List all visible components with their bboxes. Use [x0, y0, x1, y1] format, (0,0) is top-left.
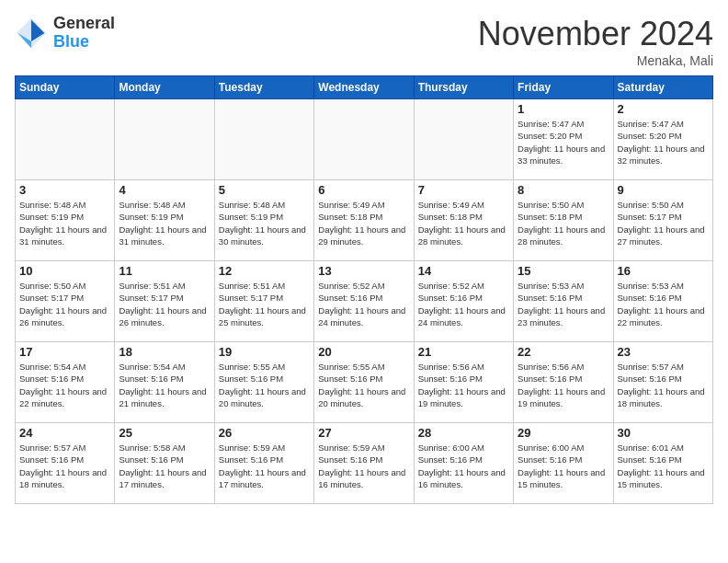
calendar-cell: 21Sunrise: 5:56 AM Sunset: 5:16 PM Dayli…: [414, 342, 513, 423]
calendar-cell: 18Sunrise: 5:54 AM Sunset: 5:16 PM Dayli…: [115, 342, 214, 423]
day-info: Sunrise: 5:54 AM Sunset: 5:16 PM Dayligh…: [119, 361, 210, 409]
day-number: 13: [318, 264, 409, 278]
logo-text: General Blue: [53, 15, 115, 52]
calendar-cell: 12Sunrise: 5:51 AM Sunset: 5:17 PM Dayli…: [214, 261, 313, 342]
day-number: 14: [418, 264, 509, 278]
calendar-cell: [314, 99, 414, 180]
day-number: 8: [518, 183, 609, 197]
day-number: 23: [618, 345, 709, 359]
calendar-cell: 25Sunrise: 5:58 AM Sunset: 5:16 PM Dayli…: [115, 423, 214, 504]
calendar-cell: 10Sunrise: 5:50 AM Sunset: 5:17 PM Dayli…: [16, 261, 115, 342]
calendar-cell: 2Sunrise: 5:47 AM Sunset: 5:20 PM Daylig…: [613, 99, 712, 180]
calendar-cell: 26Sunrise: 5:59 AM Sunset: 5:16 PM Dayli…: [214, 423, 313, 504]
calendar-cell: [214, 99, 313, 180]
day-number: 22: [518, 345, 609, 359]
calendar-cell: 20Sunrise: 5:55 AM Sunset: 5:16 PM Dayli…: [314, 342, 414, 423]
day-info: Sunrise: 5:51 AM Sunset: 5:17 PM Dayligh…: [219, 280, 310, 328]
day-info: Sunrise: 5:51 AM Sunset: 5:17 PM Dayligh…: [119, 280, 210, 328]
day-info: Sunrise: 5:50 AM Sunset: 5:17 PM Dayligh…: [618, 199, 709, 247]
location: Menaka, Mali: [478, 53, 713, 68]
day-info: Sunrise: 5:53 AM Sunset: 5:16 PM Dayligh…: [618, 280, 709, 328]
calendar-week-row: 17Sunrise: 5:54 AM Sunset: 5:16 PM Dayli…: [16, 342, 713, 423]
calendar-cell: 28Sunrise: 6:00 AM Sunset: 5:16 PM Dayli…: [414, 423, 513, 504]
column-header-wednesday: Wednesday: [314, 76, 414, 99]
day-number: 3: [19, 183, 110, 197]
day-number: 11: [119, 264, 210, 278]
day-number: 2: [618, 102, 709, 116]
logo: General Blue: [15, 15, 115, 52]
calendar-week-row: 24Sunrise: 5:57 AM Sunset: 5:16 PM Dayli…: [16, 423, 713, 504]
calendar-cell: 4Sunrise: 5:48 AM Sunset: 5:19 PM Daylig…: [115, 180, 214, 261]
calendar-cell: 7Sunrise: 5:49 AM Sunset: 5:18 PM Daylig…: [414, 180, 513, 261]
month-title: November 2024: [478, 15, 713, 53]
calendar-cell: 19Sunrise: 5:55 AM Sunset: 5:16 PM Dayli…: [214, 342, 313, 423]
column-header-friday: Friday: [514, 76, 613, 99]
calendar-week-row: 3Sunrise: 5:48 AM Sunset: 5:19 PM Daylig…: [16, 180, 713, 261]
day-number: 20: [318, 345, 409, 359]
day-info: Sunrise: 5:49 AM Sunset: 5:18 PM Dayligh…: [318, 199, 409, 247]
day-number: 15: [518, 264, 609, 278]
calendar-cell: 29Sunrise: 6:00 AM Sunset: 5:16 PM Dayli…: [514, 423, 613, 504]
calendar-cell: 16Sunrise: 5:53 AM Sunset: 5:16 PM Dayli…: [613, 261, 712, 342]
calendar-cell: 27Sunrise: 5:59 AM Sunset: 5:16 PM Dayli…: [314, 423, 414, 504]
day-info: Sunrise: 5:56 AM Sunset: 5:16 PM Dayligh…: [518, 361, 609, 409]
title-block: November 2024 Menaka, Mali: [478, 15, 713, 68]
calendar-cell: 13Sunrise: 5:52 AM Sunset: 5:16 PM Dayli…: [314, 261, 414, 342]
logo-blue: Blue: [53, 33, 115, 52]
calendar-cell: 14Sunrise: 5:52 AM Sunset: 5:16 PM Dayli…: [414, 261, 513, 342]
day-info: Sunrise: 5:49 AM Sunset: 5:18 PM Dayligh…: [418, 199, 509, 247]
day-number: 21: [418, 345, 509, 359]
day-number: 7: [418, 183, 509, 197]
day-info: Sunrise: 5:59 AM Sunset: 5:16 PM Dayligh…: [318, 442, 409, 490]
day-info: Sunrise: 6:01 AM Sunset: 5:16 PM Dayligh…: [618, 442, 709, 490]
calendar-cell: 3Sunrise: 5:48 AM Sunset: 5:19 PM Daylig…: [16, 180, 115, 261]
column-header-thursday: Thursday: [414, 76, 513, 99]
day-number: 4: [119, 183, 210, 197]
day-info: Sunrise: 5:50 AM Sunset: 5:17 PM Dayligh…: [19, 280, 110, 328]
day-info: Sunrise: 5:58 AM Sunset: 5:16 PM Dayligh…: [119, 442, 210, 490]
day-info: Sunrise: 5:52 AM Sunset: 5:16 PM Dayligh…: [318, 280, 409, 328]
calendar-cell: 6Sunrise: 5:49 AM Sunset: 5:18 PM Daylig…: [314, 180, 414, 261]
day-number: 30: [618, 426, 709, 440]
calendar-header-row: SundayMondayTuesdayWednesdayThursdayFrid…: [16, 76, 713, 99]
calendar-cell: 9Sunrise: 5:50 AM Sunset: 5:17 PM Daylig…: [613, 180, 712, 261]
logo-icon: [15, 17, 48, 50]
day-number: 19: [219, 345, 310, 359]
calendar-week-row: 1Sunrise: 5:47 AM Sunset: 5:20 PM Daylig…: [16, 99, 713, 180]
day-info: Sunrise: 5:56 AM Sunset: 5:16 PM Dayligh…: [418, 361, 509, 409]
day-number: 18: [119, 345, 210, 359]
day-info: Sunrise: 5:47 AM Sunset: 5:20 PM Dayligh…: [618, 118, 709, 167]
day-info: Sunrise: 6:00 AM Sunset: 5:16 PM Dayligh…: [518, 442, 609, 490]
day-info: Sunrise: 6:00 AM Sunset: 5:16 PM Dayligh…: [418, 442, 509, 490]
calendar-cell: 11Sunrise: 5:51 AM Sunset: 5:17 PM Dayli…: [115, 261, 214, 342]
calendar-cell: 22Sunrise: 5:56 AM Sunset: 5:16 PM Dayli…: [514, 342, 613, 423]
day-info: Sunrise: 5:48 AM Sunset: 5:19 PM Dayligh…: [19, 199, 110, 247]
day-info: Sunrise: 5:57 AM Sunset: 5:16 PM Dayligh…: [618, 361, 709, 409]
day-number: 17: [19, 345, 110, 359]
day-info: Sunrise: 5:50 AM Sunset: 5:18 PM Dayligh…: [518, 199, 609, 247]
day-info: Sunrise: 5:53 AM Sunset: 5:16 PM Dayligh…: [518, 280, 609, 328]
day-number: 26: [219, 426, 310, 440]
column-header-sunday: Sunday: [16, 76, 115, 99]
page-header: General Blue November 2024 Menaka, Mali: [15, 15, 713, 68]
calendar-cell: 1Sunrise: 5:47 AM Sunset: 5:20 PM Daylig…: [514, 99, 613, 180]
logo-general: General: [53, 15, 115, 33]
column-header-monday: Monday: [115, 76, 214, 99]
day-number: 24: [19, 426, 110, 440]
column-header-saturday: Saturday: [613, 76, 712, 99]
calendar-cell: 30Sunrise: 6:01 AM Sunset: 5:16 PM Dayli…: [613, 423, 712, 504]
day-info: Sunrise: 5:54 AM Sunset: 5:16 PM Dayligh…: [19, 361, 110, 409]
day-info: Sunrise: 5:52 AM Sunset: 5:16 PM Dayligh…: [418, 280, 509, 328]
calendar-cell: [115, 99, 214, 180]
day-number: 12: [219, 264, 310, 278]
day-info: Sunrise: 5:55 AM Sunset: 5:16 PM Dayligh…: [318, 361, 409, 409]
day-number: 16: [618, 264, 709, 278]
day-number: 29: [518, 426, 609, 440]
calendar-cell: 24Sunrise: 5:57 AM Sunset: 5:16 PM Dayli…: [16, 423, 115, 504]
day-info: Sunrise: 5:55 AM Sunset: 5:16 PM Dayligh…: [219, 361, 310, 409]
calendar-cell: 5Sunrise: 5:48 AM Sunset: 5:19 PM Daylig…: [214, 180, 313, 261]
column-header-tuesday: Tuesday: [214, 76, 313, 99]
day-number: 27: [318, 426, 409, 440]
day-number: 28: [418, 426, 509, 440]
calendar-cell: 15Sunrise: 5:53 AM Sunset: 5:16 PM Dayli…: [514, 261, 613, 342]
